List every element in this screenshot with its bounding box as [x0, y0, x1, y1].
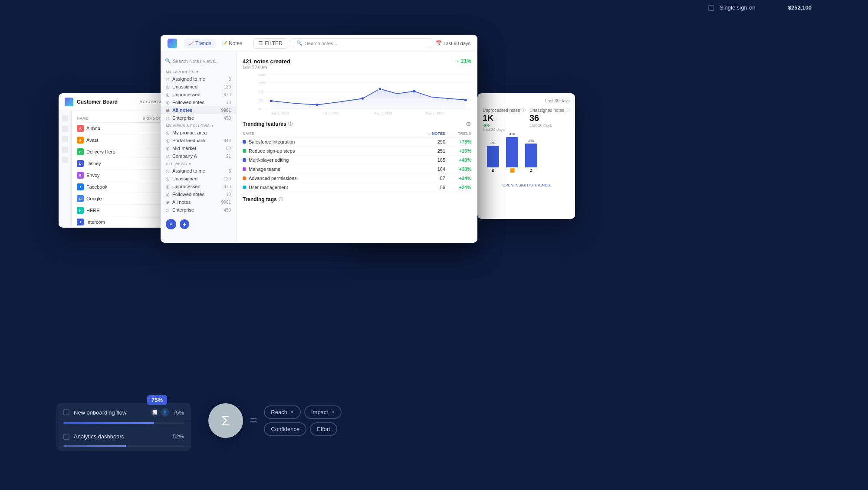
sidebar-all-unprocessed[interactable]: ◎Unprocessed 670 [161, 183, 236, 190]
settings-icon[interactable]: ⚙ [466, 121, 471, 127]
score-icon: 📊 [151, 408, 159, 417]
company-name: fFacebook [77, 183, 140, 190]
feature-name: Advanced permissions [243, 176, 424, 181]
sidebar-all-notes[interactable]: ◉All notes 9901 [161, 198, 236, 206]
svg-text:70: 70 [259, 89, 263, 93]
checkbox[interactable] [63, 434, 69, 440]
col-trend: TREND [445, 131, 471, 136]
customer-board-window: Customer Board BY COMPANY NAME # OF NOTE… [59, 93, 171, 228]
sidebar-count: 10 [226, 100, 231, 105]
main-analytics-window: 📈 Trends 📝 Notes ☰ FILTER 🔍 Search notes… [161, 35, 477, 243]
sidebar-all-enterprise[interactable]: ◎Enterprise 450 [161, 206, 236, 214]
add-button[interactable]: + [180, 219, 189, 229]
tag-label: Reach [271, 409, 287, 415]
tab-trends[interactable]: 📈 Trends [184, 39, 216, 48]
score-icons: 📊 👤 [151, 408, 169, 417]
sidebar-item-label: My product area [172, 130, 207, 135]
sidebar-item-unprocessed[interactable]: ◎Unprocessed 670 [161, 91, 236, 98]
cb-sidebar [59, 111, 72, 227]
customer-board-header: Customer Board BY COMPANY [59, 93, 171, 111]
table-row: HHERE 12 [75, 205, 168, 216]
sidebar-all-assigned[interactable]: ◎Assigned to me 6 [161, 167, 236, 175]
feature-notes: 251 [424, 148, 445, 154]
feature-trend: +38% [445, 167, 471, 172]
sidebar: 🔍 Search Notes views... MY FAVORITES ▾ ◎… [161, 52, 237, 243]
sidebar-item-label: Portal feedback [172, 138, 205, 143]
arr-row: Single sign-on $252,100 [0, 4, 812, 11]
score-right: 52% [173, 433, 184, 440]
tab-trends-label: Trends [195, 40, 211, 46]
svg-point-16 [361, 97, 364, 100]
sidebar-count: 6 [228, 77, 231, 82]
feature-trend: +24% [445, 185, 471, 190]
assigned-icon: ◎ [166, 77, 170, 82]
sidebar-search-placeholder: Search Notes views... [173, 59, 219, 64]
progress-bar-container [63, 445, 184, 447]
insights-trends-link[interactable]: OPEN INSIGHTS TRENDS [483, 183, 570, 187]
followed-icon: ◎ [166, 100, 170, 105]
sidebar-search[interactable]: 🔍 Search Notes views... [161, 56, 236, 65]
bar-value: 191 [490, 141, 496, 145]
tag-remove-icon[interactable]: ✕ [290, 409, 294, 415]
unprocessed-sub: -9% [483, 123, 526, 127]
sidebar-all-followed[interactable]: ◎Followed notes 10 [161, 190, 236, 198]
views-label: MY VIEWS & FOLLOWS ▾ [161, 122, 236, 129]
score-card: New onboarding flow 📊 👤 75% Analytics da… [56, 403, 191, 451]
section-header: Trending features ⓘ ⚙ [243, 121, 471, 127]
sidebar-search-icon: 🔍 [165, 58, 171, 64]
trends-icon: 📈 [188, 41, 194, 46]
bar-group: 191 ⊕ [487, 141, 499, 173]
cb-logo [65, 98, 73, 106]
tag-remove-icon[interactable]: ✕ [331, 409, 335, 415]
feature-name: Analytics dashboard [74, 433, 125, 440]
icon: ◉ [166, 200, 170, 205]
filter-button[interactable]: ☰ FILTER [253, 38, 287, 49]
company-icon: ◎ [166, 154, 170, 159]
search-bar[interactable]: 🔍 Search notes... [291, 38, 432, 48]
progress-bar [63, 445, 126, 447]
sidebar-item-followed-notes[interactable]: ◎Followed notes 10 [161, 98, 236, 106]
sidebar-count: 670 [224, 184, 231, 189]
checkbox[interactable] [63, 409, 69, 415]
equals-sign: = [250, 414, 257, 428]
sidebar-item-unassigned[interactable]: ◎Unassigned 120 [161, 83, 236, 91]
customer-board-body: NAME # OF NOTES AAirbnb 22 AAvast 12 DDe… [59, 111, 171, 227]
icon: ◎ [166, 184, 170, 189]
feature-notes: 164 [424, 167, 445, 172]
arr-label: Single sign-on [720, 4, 772, 11]
trending-tags-section: Trending tags ⓘ [243, 196, 471, 203]
avatar: A [77, 125, 84, 132]
window-header: 📈 Trends 📝 Notes ☰ FILTER 🔍 Search notes… [161, 35, 477, 52]
unassigned-label: Unassigned notes ⓘ [529, 108, 570, 113]
svg-point-19 [464, 99, 467, 101]
table-row: AAvast 12 [75, 134, 168, 146]
date-range[interactable]: 📅 Last 90 days [436, 40, 470, 46]
enterprise-icon: ◎ [166, 116, 170, 121]
notes-created-title: 421 notes created [243, 58, 290, 65]
sidebar-all-unassigned[interactable]: ◎Unassigned 120 [161, 175, 236, 183]
table-row: IIntercom 11 [75, 216, 168, 228]
svg-text:Sep 1, 2021: Sep 1, 2021 [426, 111, 444, 115]
formula-section: Σ = Reach ✕ Impact ✕ Confidence Effort [208, 403, 372, 438]
unprocessed-sub-label: Last 30 days [483, 127, 526, 132]
sidebar-item-enterprise[interactable]: ◎Enterprise 450 [161, 114, 236, 122]
formula-tags: Reach ✕ Impact ✕ Confidence Effort [264, 405, 372, 436]
sidebar-item-label: Followed notes [172, 192, 204, 197]
tab-notes[interactable]: 📝 Notes [217, 39, 247, 48]
notes-created-subtitle: Last 90 days [243, 65, 290, 69]
col-name: NAME [77, 116, 140, 121]
product-icon: ◎ [166, 131, 170, 135]
arr-checkbox[interactable] [708, 5, 714, 11]
line-chart: 140 105 70 35 0 Jun 1, 2021 Jul 1, 2021 … [243, 72, 471, 115]
sidebar-item-company-a[interactable]: ◎Company A 21 [161, 152, 236, 160]
company-name: EEnvoy [77, 172, 140, 179]
bar-label: Z [530, 168, 533, 173]
table-row: GGoogle 21 [75, 193, 168, 205]
sidebar-item-assigned-to-me[interactable]: ◎Assigned to me 6 [161, 75, 236, 83]
table-row: Manage teams 164 +38% [243, 165, 471, 174]
sidebar-item-mid-market[interactable]: ◎Mid-market 82 [161, 144, 236, 152]
sidebar-item-my-product-area[interactable]: ◎My product area [161, 129, 236, 137]
sidebar-item-all-notes[interactable]: ◉All notes 9901 [161, 106, 236, 114]
score-pct: 52% [173, 433, 184, 440]
sidebar-item-portal-feedback[interactable]: ◎Portal feedback 646 [161, 137, 236, 144]
